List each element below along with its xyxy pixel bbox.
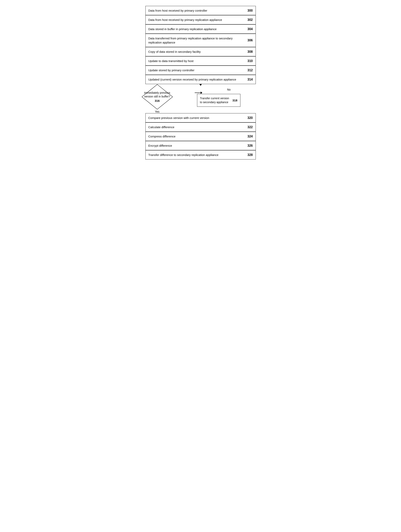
step-314-box: Updated (current) version received by pr… [145,75,256,84]
step-300-box: Data from host received by primary contr… [145,6,256,15]
no-arrow [195,92,202,94]
step-318-box: Transfer current version to secondary ap… [197,94,240,107]
step-322-label: Calculate difference [148,125,246,129]
yes-label: Yes [155,110,159,113]
step-314-label: Updated (current) version received by pr… [148,77,246,82]
step-302-label: Data from host received by primary repli… [148,18,246,22]
diamond-text: Immediately previous version still in bu… [142,91,173,103]
step-312-label: Update stored by primary controller [148,68,246,72]
step-320-num: 320 [247,116,253,120]
step-306-num: 306 [247,38,253,42]
decision-diamond: Immediately previous version still in bu… [142,84,173,110]
diamond-section: Immediately previous version still in bu… [134,84,268,113]
step-314-num: 314 [247,78,253,81]
flowchart: Data from host received by primary contr… [134,6,268,159]
step-302-num: 302 [247,18,253,22]
step-308-label: Copy of data stored in secondary facilit… [148,50,246,54]
diamond-container: Immediately previous version still in bu… [142,84,173,113]
step-320-box: Compare previous version with current ve… [145,113,256,122]
step-304-num: 304 [247,27,253,31]
step-308-num: 308 [247,50,253,54]
step-326-label: Encrypt difference [148,144,246,148]
step-306-box: Data transferred from primary replicatio… [145,34,256,47]
step-304-box: Data stored in buffer in primary replica… [145,25,256,34]
step-300-num: 300 [247,9,253,13]
step-312-box: Update stored by primary controller 312 [145,66,256,75]
step-324-num: 324 [247,135,253,138]
step-302-box: Data from host received by primary repli… [145,15,256,25]
step-306-label: Data transferred from primary replicatio… [148,36,246,44]
step-322-box: Calculate difference 322 [145,122,256,132]
step-318-num: 318 [232,99,237,102]
step-324-box: Compress difference 324 [145,132,256,141]
step-300-label: Data from host received by primary contr… [148,8,246,13]
step-318-label: Transfer current version to secondary ap… [200,96,231,104]
step-312-num: 312 [247,69,253,72]
step-308-box: Copy of data stored in secondary facilit… [145,47,256,56]
step-310-box: Update to data transmitted by host 310 [145,56,256,66]
step-324-label: Compress difference [148,134,246,139]
step-310-label: Update to data transmitted by host [148,59,246,63]
step-328-box: Transfer difference to secondary replica… [145,150,256,159]
step-326-box: Encrypt difference 326 [145,141,256,150]
step-320-label: Compare previous version with current ve… [148,116,246,120]
step-328-num: 328 [247,153,253,157]
step-310-num: 310 [247,59,253,63]
no-label: No [227,88,231,91]
step-322-num: 322 [247,125,253,129]
step-328-label: Transfer difference to secondary replica… [148,153,246,157]
step-326-num: 326 [247,144,253,147]
step-304-label: Data stored in buffer in primary replica… [148,27,246,31]
